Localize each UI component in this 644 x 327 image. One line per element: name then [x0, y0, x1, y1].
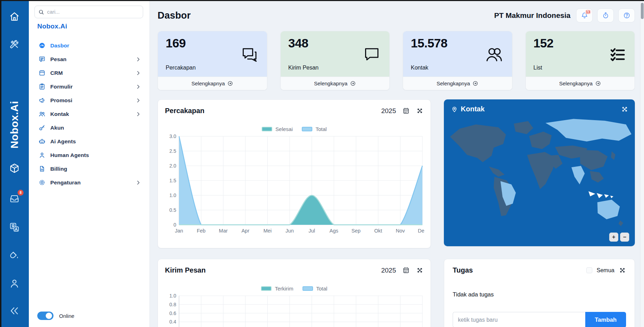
- svg-text:Ags: Ags: [330, 228, 338, 234]
- world-map[interactable]: [444, 113, 635, 236]
- svg-text:0.5: 0.5: [170, 207, 177, 213]
- svg-text:Jan: Jan: [175, 228, 183, 234]
- sidebar-search[interactable]: [34, 6, 143, 18]
- icon-rail: Nobox.Ai 8: [0, 0, 29, 327]
- document-icon: [38, 165, 46, 173]
- sidebar: Nobox.Ai Dasbor Pesan CRM Formu: [29, 0, 150, 327]
- map-zoom-out-button[interactable]: −: [620, 233, 629, 242]
- stat-card-kontak: 15.578 Kontak Selengkapnya: [403, 31, 512, 90]
- sidebar-item-kontak[interactable]: Kontak: [29, 107, 149, 121]
- sidebar-item-formulir[interactable]: Formulir: [29, 80, 149, 93]
- sidebar-item-akun[interactable]: Akun: [29, 121, 149, 135]
- gear-icon: [38, 179, 46, 187]
- paint-bucket-icon[interactable]: [8, 249, 20, 261]
- arrow-circle-icon: [350, 80, 356, 86]
- tools-icon[interactable]: [8, 39, 20, 51]
- people-icon: [38, 110, 46, 118]
- sidebar-item-human-agents[interactable]: Human Agents: [29, 148, 149, 162]
- expand-icon[interactable]: [416, 267, 423, 274]
- svg-text:Mei: Mei: [263, 228, 272, 234]
- package-icon[interactable]: [8, 162, 20, 174]
- search-input[interactable]: [47, 9, 139, 15]
- translate-icon[interactable]: [8, 221, 20, 233]
- stat-label: Kirim Pesan: [288, 65, 319, 71]
- svg-text:Apr: Apr: [241, 228, 249, 234]
- tasks-title: Tugas: [453, 266, 473, 274]
- sidebar-item-pengaturan[interactable]: Pengaturan: [29, 176, 149, 189]
- arrow-circle-icon: [595, 80, 601, 86]
- two-people-icon: [484, 44, 504, 64]
- svg-text:3.0: 3.0: [170, 134, 177, 139]
- stat-cards-row: 169 Percakapan Selengkapnya 348 Kirim Pe…: [158, 31, 635, 90]
- arrow-circle-icon: [472, 80, 478, 86]
- calendar-icon[interactable]: [402, 107, 410, 115]
- legend-swatch-terkirim: [261, 286, 272, 291]
- map-zoom-in-button[interactable]: +: [609, 233, 618, 242]
- expand-icon[interactable]: [619, 267, 626, 274]
- calendar-box-icon: [38, 69, 46, 77]
- map-title: Kontak: [461, 105, 485, 113]
- clipboard-icon: [38, 83, 46, 91]
- notifications-button[interactable]: 13: [576, 8, 593, 22]
- company-name: PT Makmur Indonesia: [494, 11, 570, 20]
- sidebar-item-ai-agents[interactable]: Ai Agents: [29, 135, 149, 148]
- window-edge-top: [0, 0, 644, 1]
- stat-link-kontak[interactable]: Selengkapnya: [403, 77, 512, 90]
- stat-link-list[interactable]: Selengkapnya: [526, 77, 635, 90]
- window-edge-left: [0, 0, 1, 327]
- sidebar-item-billing[interactable]: Billing: [29, 162, 149, 176]
- kirim-pesan-chart-card: Kirim Pesan 2025 Terkirim Total 00.20.40…: [158, 259, 431, 327]
- svg-text:Mar: Mar: [219, 228, 228, 234]
- expand-icon[interactable]: [416, 107, 423, 115]
- svg-text:0.6: 0.6: [170, 310, 177, 316]
- svg-text:Nov: Nov: [396, 228, 405, 234]
- expand-icon[interactable]: [621, 105, 629, 113]
- online-label: Online: [59, 313, 74, 319]
- topbar: Dasbor PT Makmur Indonesia 13: [158, 6, 635, 25]
- collapse-sidebar-icon[interactable]: [8, 305, 20, 317]
- svg-text:1.0: 1.0: [170, 192, 177, 198]
- online-status-row: Online: [37, 312, 74, 320]
- kontak-map-card: Kontak: [444, 99, 635, 246]
- chart-title: Percakapan: [165, 107, 204, 115]
- stat-link-kirim-pesan[interactable]: Selengkapnya: [281, 77, 390, 90]
- help-button[interactable]: [618, 8, 635, 22]
- sidebar-item-crm[interactable]: CRM: [29, 66, 149, 80]
- sidebar-item-pesan[interactable]: Pesan: [29, 52, 149, 66]
- user-icon[interactable]: [8, 277, 20, 289]
- stat-link-percakapan[interactable]: Selengkapnya: [158, 77, 267, 90]
- svg-text:Des: Des: [418, 228, 424, 234]
- stat-card-kirim-pesan: 348 Kirim Pesan Selengkapnya: [280, 31, 390, 90]
- svg-text:Jun: Jun: [286, 228, 294, 234]
- chevron-right-icon: [135, 180, 141, 185]
- sidebar-menu: Dasbor Pesan CRM Formulir: [29, 39, 149, 189]
- page-scrollbar[interactable]: [640, 1, 644, 327]
- semua-label: Semua: [597, 267, 614, 274]
- checklist-icon: [608, 45, 627, 64]
- timer-button[interactable]: [597, 8, 614, 22]
- sidebar-item-promosi[interactable]: Promosi: [29, 93, 149, 107]
- calendar-icon[interactable]: [402, 267, 410, 274]
- legend-swatch-selesai: [262, 127, 272, 131]
- add-task-button[interactable]: Tambah: [585, 312, 626, 327]
- new-task-input[interactable]: [453, 312, 585, 327]
- semua-checkbox[interactable]: [586, 267, 592, 273]
- sidebar-item-dasbor[interactable]: Dasbor: [29, 39, 149, 52]
- svg-text:0: 0: [173, 222, 176, 228]
- legend-swatch-total: [302, 127, 312, 131]
- scrollbar-thumb[interactable]: [641, 3, 644, 19]
- chart-legend: Selesai Total: [165, 126, 423, 132]
- message-icon: [38, 55, 46, 63]
- percakapan-chart-card: Percakapan 2025 Selesai Total 00.51.01.5…: [158, 99, 431, 248]
- chevron-right-icon: [135, 111, 141, 117]
- stat-label: Kontak: [411, 65, 428, 71]
- person-icon: [38, 151, 46, 159]
- tugas-card: Tugas Semua Tidak ada tugas Tambah: [444, 259, 635, 327]
- inbox-icon[interactable]: 8: [8, 192, 20, 204]
- online-toggle[interactable]: [37, 312, 53, 320]
- home-icon[interactable]: [8, 11, 20, 22]
- help-icon: [623, 12, 631, 19]
- svg-text:0.4: 0.4: [170, 319, 177, 325]
- rail-brand-vertical: Nobox.Ai: [0, 84, 29, 165]
- svg-text:0.8: 0.8: [170, 302, 177, 307]
